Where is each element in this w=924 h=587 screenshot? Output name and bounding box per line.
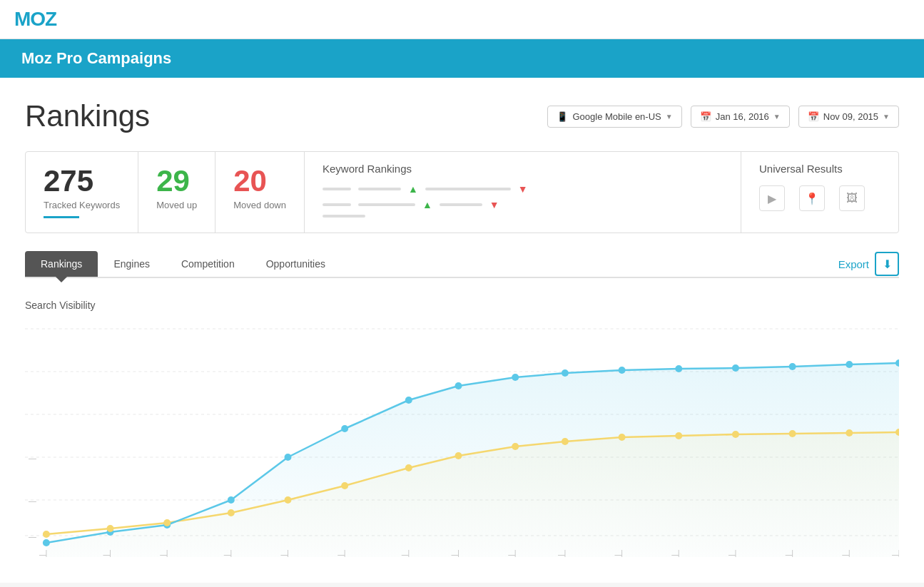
kr-bar <box>358 203 415 206</box>
tracked-keywords-underline <box>44 216 79 218</box>
svg-point-24 <box>789 363 796 370</box>
svg-point-39 <box>732 431 739 438</box>
map-icon: 📍 <box>799 185 825 211</box>
svg-point-27 <box>43 531 50 538</box>
svg-text:—: — <box>558 551 565 557</box>
svg-point-29 <box>163 519 171 526</box>
tabs-row: Rankings Engines Competition Opportuniti… <box>25 251 899 278</box>
universal-results-icons: ▶ 📍 🖼 <box>759 185 880 211</box>
tab-engines[interactable]: Engines <box>98 251 166 277</box>
kr-bar <box>440 203 482 206</box>
svg-text:—: — <box>615 551 622 557</box>
chart-container: — — — <box>25 315 899 557</box>
kr-bar <box>358 188 401 190</box>
moved-down-card: 20 Moved down <box>215 152 305 233</box>
export-label: Export <box>838 258 869 270</box>
svg-text:—: — <box>281 551 288 557</box>
image-icon: 🖼 <box>839 185 865 211</box>
kr-row-1: ▲ ▼ <box>323 183 723 195</box>
date1-filter-button[interactable]: 📅 Jan 16, 2016 ▼ <box>691 106 790 128</box>
mobile-icon: 📱 <box>557 111 568 122</box>
device-filter-button[interactable]: 📱 Google Mobile en-US ▼ <box>547 106 681 128</box>
date1-chevron-icon: ▼ <box>773 113 781 121</box>
keyword-rankings-rows: ▲ ▼ ▲ ▼ <box>323 183 723 218</box>
date2-filter-label: Nov 09, 2015 <box>823 111 878 122</box>
top-nav: MOZ <box>0 0 924 39</box>
moved-up-label: Moved up <box>156 200 197 210</box>
keyword-rankings-card: Keyword Rankings ▲ ▼ ▲ ▼ <box>305 152 741 233</box>
stats-row: 275 Tracked Keywords 29 Moved up 20 Move… <box>25 151 899 233</box>
svg-point-32 <box>341 482 348 489</box>
tracked-keywords-label: Tracked Keywords <box>44 200 120 210</box>
tab-competition[interactable]: Competition <box>166 251 250 277</box>
svg-text:—: — <box>671 551 679 557</box>
tracked-keywords-card: 275 Tracked Keywords <box>26 152 138 233</box>
svg-text:—: — <box>452 551 459 557</box>
arrow-up-icon: ▲ <box>408 183 418 195</box>
kr-bar <box>323 188 351 190</box>
svg-point-41 <box>846 429 853 437</box>
svg-text:—: — <box>29 496 36 505</box>
filter-controls: 📱 Google Mobile en-US ▼ 📅 Jan 16, 2016 ▼… <box>547 106 899 128</box>
device-filter-label: Google Mobile en-US <box>572 111 661 122</box>
svg-point-34 <box>455 452 462 459</box>
export-download-icon: ⬇ <box>875 252 899 276</box>
universal-results-card: Universal Results ▶ 📍 🖼 <box>741 152 898 233</box>
tracked-keywords-number: 275 <box>44 166 120 196</box>
svg-text:—: — <box>892 551 899 557</box>
tab-opportunities[interactable]: Opportunities <box>250 251 341 277</box>
svg-point-14 <box>228 496 235 504</box>
moved-down-number: 20 <box>233 166 286 196</box>
svg-point-38 <box>675 432 682 439</box>
kr-bar <box>323 203 351 206</box>
svg-point-37 <box>619 434 626 441</box>
arrow-down-icon: ▼ <box>518 183 528 195</box>
header-bar: Moz Pro Campaigns <box>0 39 924 78</box>
kr-row-3 <box>323 215 723 218</box>
svg-text:—: — <box>39 551 46 557</box>
svg-point-17 <box>405 397 412 404</box>
svg-text:—: — <box>160 551 167 557</box>
calendar-icon-2: 📅 <box>808 111 819 122</box>
svg-point-36 <box>562 438 569 445</box>
svg-text:—: — <box>29 532 36 541</box>
svg-point-21 <box>619 367 626 374</box>
svg-point-25 <box>846 361 853 368</box>
svg-point-28 <box>107 525 114 532</box>
svg-point-35 <box>512 443 519 450</box>
svg-point-15 <box>285 454 292 461</box>
main-content: Rankings 📱 Google Mobile en-US ▼ 📅 Jan 1… <box>0 78 924 583</box>
svg-text:—: — <box>103 551 111 557</box>
page-section-title: Moz Pro Campaigns <box>21 49 903 68</box>
svg-text:—: — <box>728 551 736 557</box>
moved-up-card: 29 Moved up <box>138 152 215 233</box>
kr-bar <box>323 215 365 218</box>
export-button[interactable]: Export ⬇ <box>838 252 899 276</box>
universal-results-title: Universal Results <box>759 163 880 175</box>
moved-up-number: 29 <box>156 166 197 196</box>
svg-point-19 <box>512 374 519 381</box>
chart-section: Search Visibility — — — <box>25 292 899 557</box>
svg-text:—: — <box>842 551 849 557</box>
svg-point-31 <box>285 496 292 504</box>
svg-point-11 <box>43 539 50 546</box>
svg-text:—: — <box>29 454 36 462</box>
date1-filter-label: Jan 16, 2016 <box>716 111 769 122</box>
svg-text:—: — <box>402 551 409 557</box>
moved-down-label: Moved down <box>233 200 286 210</box>
kr-bar <box>425 188 511 190</box>
tabs-left: Rankings Engines Competition Opportuniti… <box>25 251 341 277</box>
keyword-rankings-title: Keyword Rankings <box>323 163 723 175</box>
svg-text:—: — <box>337 551 345 557</box>
moz-logo: MOZ <box>14 8 56 31</box>
kr-row-2: ▲ ▼ <box>323 199 723 210</box>
page-title: Rankings <box>25 99 150 133</box>
svg-point-40 <box>789 430 796 437</box>
svg-point-23 <box>732 364 739 372</box>
tab-rankings[interactable]: Rankings <box>25 251 98 277</box>
date2-chevron-icon: ▼ <box>883 113 890 121</box>
device-chevron-icon: ▼ <box>666 113 673 121</box>
svg-text:—: — <box>508 551 515 557</box>
date2-filter-button[interactable]: 📅 Nov 09, 2015 ▼ <box>798 106 899 128</box>
svg-text:—: — <box>786 551 793 557</box>
